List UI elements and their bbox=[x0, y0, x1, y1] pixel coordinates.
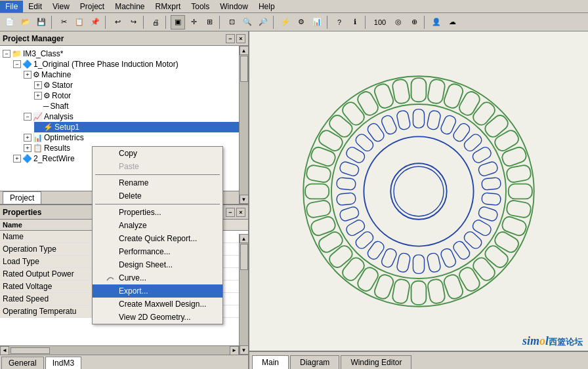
tree-stator-label: Stator bbox=[52, 81, 73, 90]
motor-diagram bbox=[294, 67, 543, 316]
toolbar-info[interactable]: ℹ bbox=[348, 15, 362, 29]
menu-tools[interactable]: Tools bbox=[186, 1, 215, 12]
paste-icon bbox=[106, 162, 115, 171]
tree-setup1[interactable]: ⚡ Setup1 bbox=[34, 122, 245, 132]
tree-analysis-expand[interactable]: − bbox=[24, 113, 32, 121]
props-minimize-btn[interactable]: − bbox=[226, 208, 235, 217]
toolbar-undo[interactable]: ↩ bbox=[110, 15, 125, 29]
ctx-analyze[interactable]: Analyze bbox=[93, 219, 222, 232]
ctx-quick-report[interactable]: Create Quick Report... bbox=[93, 232, 222, 245]
ctx-export[interactable]: Export... bbox=[93, 284, 222, 298]
toolbar-zoom-level[interactable]: 100 bbox=[370, 15, 390, 29]
props-scroll-track[interactable] bbox=[240, 243, 248, 345]
props-scroll-thumb[interactable] bbox=[240, 244, 248, 270]
scroll-right-btn[interactable]: ► bbox=[230, 346, 239, 355]
tree-project1[interactable]: − 🔷 1_Original (Three Phase Induction Mo… bbox=[13, 59, 245, 69]
ctx-performance[interactable]: Performance... bbox=[93, 245, 222, 258]
tab-main[interactable]: Main bbox=[252, 355, 289, 369]
panel-close-btn[interactable]: × bbox=[236, 34, 245, 43]
panel-minimize-btn[interactable]: − bbox=[226, 34, 235, 43]
svg-rect-11 bbox=[506, 199, 532, 218]
menu-machine[interactable]: Machine bbox=[110, 1, 150, 12]
ctx-properties[interactable]: Properties... bbox=[93, 206, 222, 219]
toolbar-zoomin[interactable]: 🔍 bbox=[240, 15, 255, 29]
tab-indm3[interactable]: IndM3 bbox=[45, 357, 81, 369]
toolbar-print[interactable]: 🖨 bbox=[148, 15, 163, 29]
ctx-delete[interactable]: Delete bbox=[93, 189, 222, 203]
toolbar-zoom[interactable]: ⊞ bbox=[202, 15, 217, 29]
menu-window[interactable]: Window bbox=[215, 1, 253, 12]
scroll-left-btn[interactable]: ◄ bbox=[0, 346, 9, 355]
menu-help[interactable]: Help bbox=[253, 1, 280, 12]
toolbar-zoomout[interactable]: 🔎 bbox=[256, 15, 270, 29]
toolbar-b1[interactable]: ⚡ bbox=[278, 15, 293, 29]
scroll-track[interactable] bbox=[240, 55, 248, 195]
svg-rect-21 bbox=[373, 273, 395, 300]
ctx-properties-label: Properties... bbox=[119, 208, 161, 217]
tree-shaft[interactable]: ─ Shaft bbox=[34, 101, 245, 111]
ctx-curve[interactable]: Curve... bbox=[93, 271, 222, 284]
tree-machine[interactable]: + ⚙ Machine bbox=[24, 69, 245, 80]
ctx-performance-label: Performance... bbox=[119, 247, 171, 256]
scroll-thumb[interactable] bbox=[240, 56, 248, 82]
ctx-rename[interactable]: Rename bbox=[93, 176, 222, 189]
props-close-btn[interactable]: × bbox=[236, 208, 245, 217]
h-scroll-thumb[interactable] bbox=[10, 347, 50, 354]
menu-file[interactable]: File bbox=[0, 1, 23, 12]
tree-stator[interactable]: + ⚙ Stator bbox=[34, 80, 245, 90]
tree-root[interactable]: − 📁 IM3_Class* bbox=[3, 49, 245, 59]
toolbar-help[interactable]: ? bbox=[332, 15, 346, 29]
scroll-down-btn[interactable]: ▼ bbox=[240, 195, 249, 204]
tree-results-expand[interactable]: + bbox=[24, 144, 32, 152]
tree-project2-expand[interactable]: + bbox=[13, 155, 21, 163]
toolbar-paste[interactable]: 📌 bbox=[88, 15, 102, 29]
toolbar-cloud[interactable]: ☁ bbox=[445, 15, 459, 29]
tree-analysis[interactable]: − 📈 Analysis bbox=[24, 111, 245, 122]
tree-optimetrics-expand[interactable]: + bbox=[24, 134, 32, 142]
scroll-up-btn[interactable]: ▲ bbox=[240, 46, 249, 55]
canvas-area: simol西篮论坛 bbox=[249, 31, 588, 351]
svg-rect-26 bbox=[310, 215, 337, 237]
h-scroll-track[interactable] bbox=[9, 346, 230, 355]
tab-winding-editor[interactable]: Winding Editor bbox=[341, 355, 411, 369]
tree-project2-label: 2_RectWire bbox=[33, 154, 75, 163]
ctx-view-2d[interactable]: View 2D Geometry... bbox=[93, 311, 222, 324]
tree-project1-expand[interactable]: − bbox=[13, 60, 21, 68]
toolbar-b3[interactable]: 📊 bbox=[310, 15, 324, 29]
tree-rotor-expand[interactable]: + bbox=[34, 92, 42, 100]
tab-project[interactable]: Project bbox=[3, 191, 41, 204]
menu-rmxprt[interactable]: RMxprt bbox=[150, 1, 186, 12]
toolbar-redo[interactable]: ↪ bbox=[126, 15, 140, 29]
context-menu: Copy Paste Rename Delete P bbox=[92, 146, 223, 324]
menu-view[interactable]: View bbox=[47, 1, 75, 12]
tab-general[interactable]: General bbox=[1, 357, 44, 369]
toolbar-fit[interactable]: ⊡ bbox=[224, 15, 239, 29]
toolbar-new[interactable]: 📄 bbox=[3, 15, 17, 29]
toolbar-b2[interactable]: ⚙ bbox=[294, 15, 308, 29]
props-scroll-up[interactable]: ▲ bbox=[240, 234, 249, 243]
ctx-design-sheet[interactable]: Design Sheet... bbox=[93, 258, 222, 271]
ctx-copy[interactable]: Copy bbox=[93, 147, 222, 160]
toolbar-open[interactable]: 📂 bbox=[18, 15, 33, 29]
menu-edit[interactable]: Edit bbox=[23, 1, 47, 12]
toolbar-extra1[interactable]: ◎ bbox=[391, 15, 406, 29]
toolbar-copy[interactable]: 📋 bbox=[72, 15, 87, 29]
prop-name-voltage: Rated Voltage bbox=[0, 281, 92, 293]
toolbar-save[interactable]: 💾 bbox=[34, 15, 49, 29]
tab-diagram[interactable]: Diagram bbox=[290, 355, 339, 369]
tree-optimetrics[interactable]: + 📊 Optimetrics bbox=[24, 132, 245, 143]
props-scroll-down[interactable]: ▼ bbox=[240, 345, 249, 355]
toolbar-cut[interactable]: ✂ bbox=[56, 15, 71, 29]
ctx-maxwell[interactable]: Create Maxwell Design... bbox=[93, 298, 222, 311]
toolbar-user[interactable]: 👤 bbox=[429, 15, 444, 29]
tree-root-expand[interactable]: − bbox=[3, 50, 10, 58]
toolbar-move[interactable]: ✛ bbox=[186, 15, 201, 29]
ctx-paste[interactable]: Paste bbox=[93, 160, 222, 173]
menu-project[interactable]: Project bbox=[75, 1, 110, 12]
toolbar-select[interactable]: ▣ bbox=[171, 15, 185, 29]
tree-machine-expand[interactable]: + bbox=[24, 71, 32, 79]
tree-stator-expand[interactable]: + bbox=[34, 81, 42, 89]
toolbar-extra2[interactable]: ⊕ bbox=[407, 15, 421, 29]
tree-rotor[interactable]: + ⚙ Rotor bbox=[34, 90, 245, 101]
toolbar-sep-7 bbox=[327, 16, 329, 29]
